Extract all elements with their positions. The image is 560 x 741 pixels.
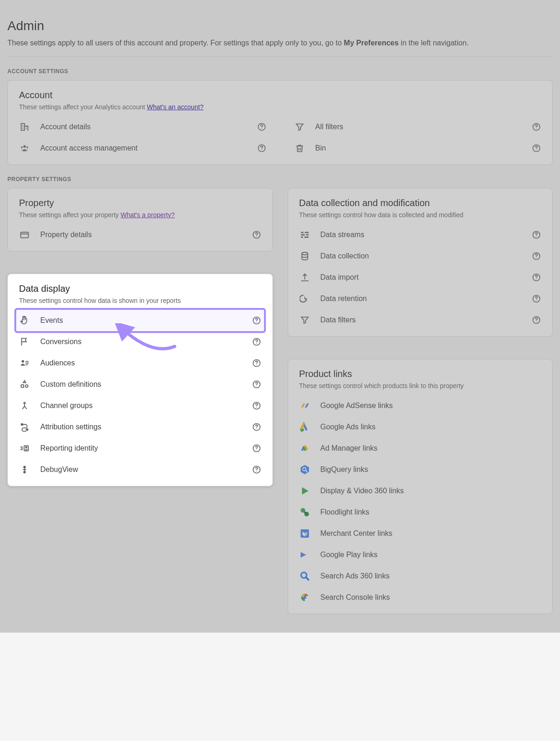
identity-icon [19, 443, 30, 454]
property-card-desc: These settings affect your property What… [19, 211, 261, 219]
row-label: Google AdSense links [321, 402, 541, 410]
row-label: Attribution settings [40, 423, 242, 431]
account-card: Account These settings affect your Analy… [7, 80, 553, 165]
custom-definitions-row[interactable]: Custom definitions [19, 374, 261, 395]
data-filters-row[interactable]: Data filters [299, 309, 541, 331]
svg-point-56 [536, 321, 536, 322]
help-icon[interactable] [252, 337, 261, 346]
help-icon[interactable] [532, 230, 541, 239]
audiences-row[interactable]: Audiences [19, 352, 261, 374]
help-icon[interactable] [252, 465, 261, 474]
help-icon[interactable] [532, 315, 541, 325]
svg-rect-43 [306, 234, 308, 236]
merchant-center-links-row[interactable]: Merchant Center links [299, 523, 541, 544]
all-filters-label: All filters [315, 123, 522, 131]
data-import-row[interactable]: Data import [299, 267, 541, 288]
row-label: Conversions [40, 338, 242, 346]
page-description: These settings apply to all users of thi… [7, 39, 553, 57]
help-icon[interactable] [252, 230, 261, 239]
reporting-identity-row[interactable]: Reporting identity [19, 438, 261, 459]
data-collection-desc: These settings control how data is colle… [299, 211, 541, 219]
help-icon[interactable] [532, 144, 541, 153]
channel-groups-row[interactable]: Channel groups [19, 395, 261, 416]
property-details-row[interactable]: Property details [19, 224, 261, 245]
merchant-icon [299, 528, 310, 539]
row-label: Display & Video 360 links [321, 487, 541, 495]
svg-point-10 [536, 150, 536, 150]
svg-point-30 [256, 428, 257, 429]
svg-point-48 [302, 252, 308, 255]
debugview-row[interactable]: DebugView [19, 459, 261, 480]
svg-point-27 [21, 424, 23, 426]
bin-row[interactable]: Bin [294, 138, 541, 159]
search-console-links-row[interactable]: Search Console links [299, 587, 541, 608]
svg-point-34 [256, 450, 257, 450]
dv360-icon [299, 485, 310, 496]
svg-rect-41 [305, 232, 308, 233]
help-icon[interactable] [252, 422, 261, 432]
bigquery-links-row[interactable]: BigQuery links [299, 459, 541, 480]
svg-point-54 [536, 300, 536, 301]
help-icon[interactable] [252, 444, 261, 453]
display-video-360-links-row[interactable]: Display & Video 360 links [299, 480, 541, 502]
data-retention-row[interactable]: Data retention [299, 288, 541, 309]
help-icon[interactable] [252, 358, 261, 368]
svg-point-52 [536, 279, 536, 279]
svg-point-20 [256, 364, 257, 365]
svg-rect-44 [301, 237, 303, 238]
svg-point-38 [256, 471, 257, 471]
property-card: Property These settings affect your prop… [7, 188, 273, 251]
row-label: Search Console links [321, 593, 541, 602]
help-icon[interactable] [532, 273, 541, 282]
help-icon[interactable] [257, 144, 266, 153]
conversions-row[interactable]: Conversions [19, 331, 261, 352]
floodlight-links-row[interactable]: Floodlight links [299, 502, 541, 523]
row-label: Audiences [40, 359, 242, 367]
data-collection-row[interactable]: Data collection [299, 245, 541, 267]
adsense-icon [299, 400, 310, 411]
help-icon[interactable] [532, 251, 541, 261]
all-filters-row[interactable]: All filters [294, 116, 541, 138]
attribution-settings-row[interactable]: Attribution settings [19, 416, 261, 438]
svg-point-3 [21, 146, 23, 148]
help-icon[interactable] [252, 316, 261, 325]
ads-icon [299, 421, 310, 433]
svg-point-35 [24, 466, 25, 468]
svg-rect-45 [304, 237, 308, 238]
row-label: Data streams [321, 231, 522, 239]
whats-a-property-link[interactable]: What's a property? [120, 211, 175, 219]
account-details-row[interactable]: Account details [19, 116, 266, 138]
google-adsense-links-row[interactable]: Google AdSense links [299, 395, 541, 416]
ad-manager-links-row[interactable]: Ad Manager links [299, 438, 541, 459]
svg-rect-21 [21, 385, 24, 388]
help-icon[interactable] [532, 294, 541, 303]
product-links-title: Product links [299, 369, 541, 379]
account-access-row[interactable]: Account access management [19, 138, 266, 159]
account-settings-label: ACCOUNT SETTINGS [7, 68, 553, 75]
google-play-links-row[interactable]: Google Play links [299, 544, 541, 565]
svg-point-28 [26, 429, 28, 431]
row-label: Floodlight links [321, 508, 541, 516]
data-streams-row[interactable]: Data streams [299, 224, 541, 245]
events-row[interactable]: Events [19, 310, 261, 331]
help-icon[interactable] [252, 401, 261, 410]
help-icon[interactable] [532, 122, 541, 132]
audience-icon [19, 358, 30, 369]
help-icon[interactable] [257, 122, 266, 132]
card-icon [19, 229, 30, 240]
help-icon[interactable] [252, 380, 261, 389]
data-display-desc: These settings control how data is shown… [19, 297, 261, 304]
admanager-icon [299, 443, 310, 454]
people-icon [19, 143, 30, 154]
search-ads-360-links-row[interactable]: Search Ads 360 links [299, 565, 541, 587]
product-links-card: Product links These settings control whi… [288, 359, 553, 614]
account-details-label: Account details [40, 123, 247, 131]
data-display-title: Data display [19, 283, 261, 294]
row-label: Data import [321, 273, 522, 282]
svg-point-4 [26, 146, 28, 148]
whats-an-account-link[interactable]: What's an account? [147, 103, 204, 111]
sa360-icon [299, 571, 310, 582]
retention-icon [299, 293, 310, 304]
touch-icon [19, 315, 30, 326]
google-ads-links-row[interactable]: Google Ads links [299, 416, 541, 438]
